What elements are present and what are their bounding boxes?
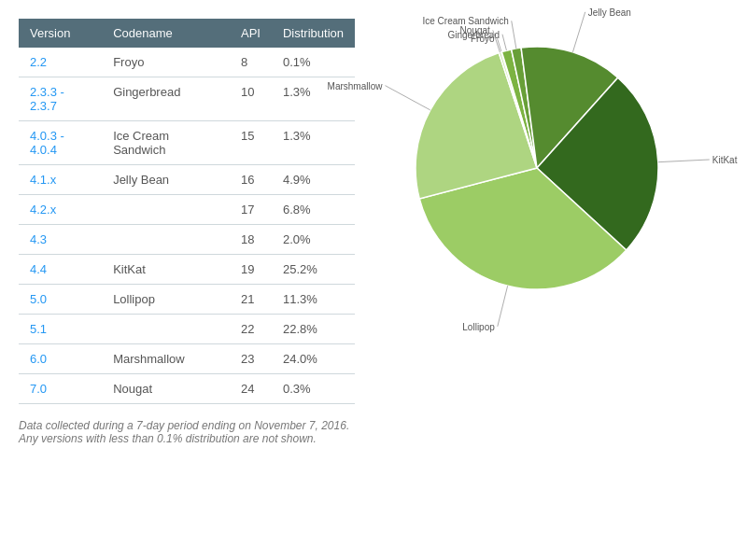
table-row: 6.0 Marshmallow 23 24.0% [19, 344, 355, 374]
cell-codename [102, 225, 230, 255]
cell-api: 19 [230, 255, 272, 285]
cell-distribution: 22.8% [272, 315, 355, 344]
table-row: 4.3 18 2.0% [19, 225, 355, 255]
pie-chart-container: FroyoGingerbreadIce Cream SandwichJelly … [392, 19, 710, 317]
cell-api: 15 [230, 121, 272, 165]
cell-version: 7.0 [19, 374, 102, 404]
cell-api: 8 [230, 48, 272, 77]
label-text-marshmallow: Marshmallow [328, 81, 384, 91]
cell-api: 23 [230, 344, 272, 374]
cell-distribution: 11.3% [272, 285, 355, 315]
cell-distribution: 6.8% [272, 195, 355, 225]
table-row: 4.1.x Jelly Bean 16 4.9% [19, 165, 355, 195]
label-line-kitkat [658, 160, 710, 162]
cell-codename: Marshmallow [102, 344, 230, 374]
cell-codename: Nougat [102, 374, 230, 404]
cell-api: 17 [230, 195, 272, 225]
cell-codename: Gingerbread [102, 77, 230, 121]
cell-version: 4.4 [19, 255, 102, 285]
table-row: 4.2.x 17 6.8% [19, 195, 355, 225]
cell-codename: Jelly Bean [102, 165, 230, 195]
footnote: Data collected during a 7-day period end… [19, 419, 355, 445]
cell-distribution: 0.1% [272, 48, 355, 77]
cell-version: 4.1.x [19, 165, 102, 195]
label-text-nougat: Nougat [460, 25, 490, 35]
table-row: 7.0 Nougat 24 0.3% [19, 374, 355, 404]
label-line-ice-cream-sandwich [512, 21, 516, 49]
cell-version: 4.0.3 - 4.0.4 [19, 121, 102, 165]
table-section: Version Codename API Distribution 2.2 Fr… [19, 19, 355, 404]
label-text-kitkat: KitKat [712, 155, 738, 165]
table-row: 4.4 KitKat 19 25.2% [19, 255, 355, 285]
table-row: 2.3.3 - 2.3.7 Gingerbread 10 1.3% [19, 77, 355, 121]
header-version: Version [19, 19, 102, 48]
label-line-lollipop [498, 286, 508, 327]
cell-api: 21 [230, 285, 272, 315]
cell-distribution: 4.9% [272, 165, 355, 195]
cell-codename [102, 315, 230, 344]
label-text-lollipop: Lollipop [462, 322, 495, 332]
cell-api: 10 [230, 77, 272, 121]
label-text-jelly-bean: Jelly Bean [588, 7, 631, 18]
footnote-line-2: Any versions with less than 0.1% distrib… [19, 432, 355, 445]
table-row: 5.0 Lollipop 21 11.3% [19, 285, 355, 315]
main-container: Version Codename API Distribution 2.2 Fr… [19, 19, 728, 445]
distribution-table: Version Codename API Distribution 2.2 Fr… [19, 19, 355, 404]
label-line-jelly-bean [572, 12, 585, 52]
cell-distribution: 2.0% [272, 225, 355, 255]
cell-distribution: 24.0% [272, 344, 355, 374]
cell-codename: Froyo [102, 48, 230, 77]
label-line-marshmallow [385, 86, 430, 110]
cell-api: 16 [230, 165, 272, 195]
cell-distribution: 0.3% [272, 374, 355, 404]
cell-version: 2.2 [19, 48, 102, 77]
header-distribution: Distribution [272, 19, 355, 48]
cell-version: 5.0 [19, 285, 102, 315]
cell-version: 6.0 [19, 344, 102, 374]
pie-chart: FroyoGingerbreadIce Cream SandwichJelly … [392, 19, 710, 317]
table-header-row: Version Codename API Distribution [19, 19, 355, 48]
cell-version: 5.1 [19, 315, 102, 344]
cell-api: 24 [230, 374, 272, 404]
cell-distribution: 1.3% [272, 121, 355, 165]
cell-codename: Ice Cream Sandwich [102, 121, 230, 165]
cell-distribution: 25.2% [272, 255, 355, 285]
cell-version: 2.3.3 - 2.3.7 [19, 77, 102, 121]
cell-api: 18 [230, 225, 272, 255]
cell-version: 4.2.x [19, 195, 102, 225]
left-section: Version Codename API Distribution 2.2 Fr… [19, 19, 355, 445]
label-line-gingerbread [502, 35, 507, 50]
table-row: 4.0.3 - 4.0.4 Ice Cream Sandwich 15 1.3% [19, 121, 355, 165]
cell-api: 22 [230, 315, 272, 344]
table-row: 2.2 Froyo 8 0.1% [19, 48, 355, 77]
footnote-line-1: Data collected during a 7-day period end… [19, 419, 355, 432]
cell-codename: KitKat [102, 255, 230, 285]
cell-codename: Lollipop [102, 285, 230, 315]
table-row: 5.1 22 22.8% [19, 315, 355, 344]
header-codename: Codename [102, 19, 230, 48]
cell-codename [102, 195, 230, 225]
header-api: API [230, 19, 272, 48]
cell-version: 4.3 [19, 225, 102, 255]
chart-section: FroyoGingerbreadIce Cream SandwichJelly … [374, 19, 728, 317]
